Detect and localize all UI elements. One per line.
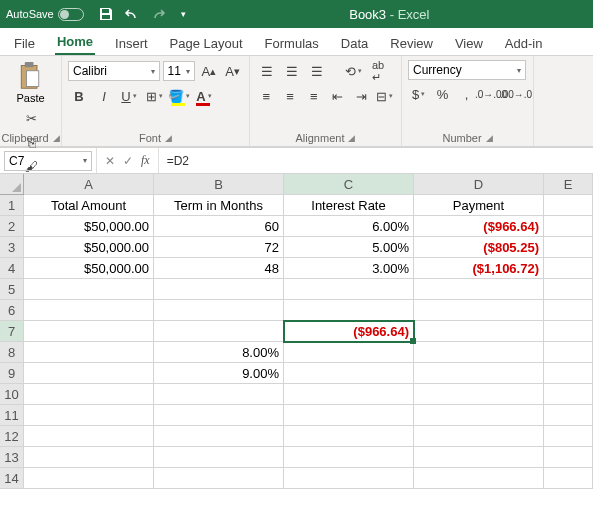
col-header[interactable]: B	[154, 174, 284, 195]
cell[interactable]: 9.00%	[154, 363, 284, 384]
align-middle-icon[interactable]: ☰	[281, 60, 303, 82]
cell[interactable]	[284, 426, 414, 447]
cell[interactable]	[544, 405, 593, 426]
row-header[interactable]: 9	[0, 363, 24, 384]
cell[interactable]	[414, 321, 544, 342]
cell[interactable]: Term in Months	[154, 195, 284, 216]
row-header[interactable]: 14	[0, 468, 24, 489]
cell[interactable]	[544, 300, 593, 321]
col-header[interactable]: D	[414, 174, 544, 195]
cell[interactable]	[544, 321, 593, 342]
cell[interactable]	[544, 468, 593, 489]
save-icon[interactable]	[98, 6, 114, 22]
cell[interactable]	[24, 426, 154, 447]
cell[interactable]	[284, 300, 414, 321]
decrease-font-icon[interactable]: A▾	[222, 60, 243, 82]
cell[interactable]	[24, 447, 154, 468]
align-bottom-icon[interactable]: ☰	[306, 60, 328, 82]
cell[interactable]	[414, 363, 544, 384]
orientation-icon[interactable]: ⟲	[342, 60, 364, 82]
italic-button[interactable]: I	[93, 85, 115, 107]
cell[interactable]	[154, 447, 284, 468]
tab-data[interactable]: Data	[339, 32, 370, 55]
increase-font-icon[interactable]: A▴	[198, 60, 219, 82]
cell[interactable]	[24, 363, 154, 384]
cell[interactable]	[284, 342, 414, 363]
cell[interactable]: ($1,106.72)	[414, 258, 544, 279]
tab-insert[interactable]: Insert	[113, 32, 150, 55]
cell-active[interactable]: ($966.64)	[284, 321, 414, 342]
align-left-icon[interactable]: ≡	[256, 85, 277, 107]
cell[interactable]	[414, 447, 544, 468]
cell[interactable]	[414, 468, 544, 489]
cell[interactable]	[414, 426, 544, 447]
font-launcher-icon[interactable]: ◢	[165, 133, 172, 143]
paste-button[interactable]: Paste	[16, 60, 44, 104]
cell[interactable]	[154, 321, 284, 342]
comma-icon[interactable]: ,	[456, 83, 477, 105]
cell[interactable]: 48	[154, 258, 284, 279]
col-header[interactable]: E	[544, 174, 593, 195]
decrease-decimal-icon[interactable]: .00→.0	[505, 83, 527, 105]
cell[interactable]: ($966.64)	[414, 216, 544, 237]
spreadsheet-grid[interactable]: A B C D E 1 Total Amount Term in Months …	[0, 174, 593, 489]
cell[interactable]: $50,000.00	[24, 237, 154, 258]
increase-indent-icon[interactable]: ⇥	[351, 85, 372, 107]
cell[interactable]	[24, 468, 154, 489]
cell[interactable]	[544, 216, 593, 237]
cell[interactable]	[284, 405, 414, 426]
cell[interactable]	[24, 300, 154, 321]
row-header[interactable]: 12	[0, 426, 24, 447]
row-header[interactable]: 13	[0, 447, 24, 468]
number-format-select[interactable]: Currency▾	[408, 60, 526, 80]
cell[interactable]	[154, 279, 284, 300]
cell[interactable]	[154, 468, 284, 489]
increase-decimal-icon[interactable]: .0→.00	[480, 83, 502, 105]
fx-icon[interactable]: fx	[141, 153, 150, 168]
align-right-icon[interactable]: ≡	[303, 85, 324, 107]
clipboard-launcher-icon[interactable]: ◢	[53, 133, 60, 143]
qat-dropdown-icon[interactable]: ▾	[176, 6, 192, 22]
percent-icon[interactable]: %	[432, 83, 453, 105]
underline-button[interactable]: U	[118, 85, 140, 107]
row-header[interactable]: 8	[0, 342, 24, 363]
row-header[interactable]: 2	[0, 216, 24, 237]
cell[interactable]	[544, 447, 593, 468]
tab-file[interactable]: File	[12, 32, 37, 55]
cell[interactable]	[414, 279, 544, 300]
row-header[interactable]: 10	[0, 384, 24, 405]
row-header[interactable]: 4	[0, 258, 24, 279]
cell[interactable]	[544, 279, 593, 300]
cell[interactable]: $50,000.00	[24, 258, 154, 279]
decrease-indent-icon[interactable]: ⇤	[327, 85, 348, 107]
bold-button[interactable]: B	[68, 85, 90, 107]
alignment-launcher-icon[interactable]: ◢	[348, 133, 355, 143]
redo-icon[interactable]	[150, 6, 166, 22]
wrap-text-icon[interactable]: ab↵	[367, 60, 389, 82]
cancel-icon[interactable]: ✕	[105, 154, 115, 168]
cell[interactable]	[154, 384, 284, 405]
cell[interactable]	[284, 363, 414, 384]
row-header[interactable]: 5	[0, 279, 24, 300]
cell[interactable]	[544, 237, 593, 258]
cell[interactable]	[154, 426, 284, 447]
cell[interactable]	[284, 468, 414, 489]
cut-icon[interactable]: ✂	[21, 107, 43, 129]
cell[interactable]	[414, 384, 544, 405]
cell[interactable]	[24, 405, 154, 426]
tab-addin[interactable]: Add-in	[503, 32, 545, 55]
cell[interactable]: Payment	[414, 195, 544, 216]
border-button[interactable]: ⊞	[143, 85, 165, 107]
font-size-select[interactable]: 11▾	[163, 61, 196, 81]
font-name-select[interactable]: Calibri▾	[68, 61, 160, 81]
cell[interactable]	[414, 405, 544, 426]
row-header[interactable]: 11	[0, 405, 24, 426]
cell[interactable]: ($805.25)	[414, 237, 544, 258]
cell[interactable]	[24, 279, 154, 300]
formula-input[interactable]: =D2	[159, 154, 593, 168]
cell[interactable]	[154, 300, 284, 321]
tab-home[interactable]: Home	[55, 30, 95, 55]
cell[interactable]	[24, 384, 154, 405]
cell[interactable]	[544, 426, 593, 447]
row-header[interactable]: 1	[0, 195, 24, 216]
